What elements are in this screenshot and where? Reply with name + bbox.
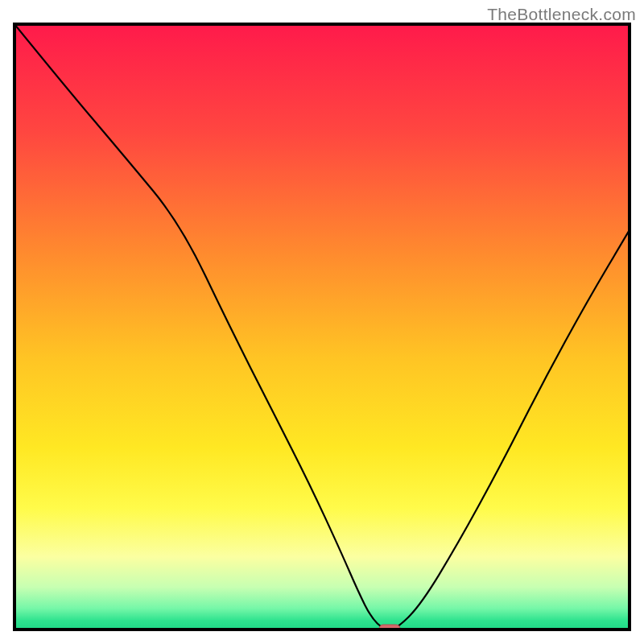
watermark-label: TheBottleneck.com <box>487 5 636 24</box>
chart-stage: TheBottleneck.com <box>0 0 644 644</box>
gradient-background <box>14 24 630 630</box>
bottleneck-chart <box>0 0 644 644</box>
